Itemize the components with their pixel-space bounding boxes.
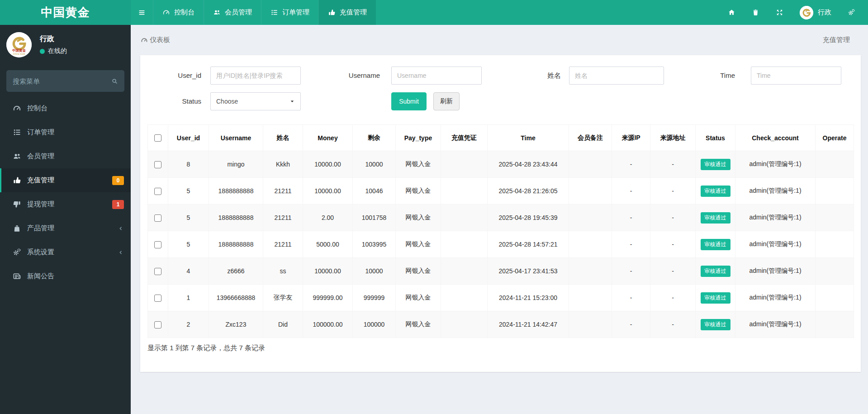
status-select[interactable]: Choose (210, 92, 301, 110)
nav-tab-members[interactable]: 会员管理 (204, 0, 261, 25)
cell-remain: 10046 (353, 178, 396, 205)
avatar: 中国黄金China Gold (6, 32, 32, 57)
row-checkbox-cell (148, 258, 168, 285)
cell-operate (816, 311, 854, 338)
col-name: 姓名 (263, 125, 303, 151)
col-status: Status (696, 125, 735, 151)
nav-tab-label: 会员管理 (225, 8, 252, 17)
home-icon[interactable] (728, 9, 735, 16)
user-menu[interactable]: 行政 (800, 6, 831, 19)
col-source-ip: 来源IP (612, 125, 650, 151)
cell-voucher (441, 258, 488, 285)
sidebar-toggle-button[interactable] (131, 0, 153, 25)
cell-pay-type: 网银入金 (396, 151, 441, 178)
username-label: Username (335, 67, 380, 85)
recharge-badge: 0 (112, 176, 124, 185)
cell-operate (816, 151, 854, 178)
cell-money: 2.00 (303, 205, 353, 231)
cell-username: 1888888888 (209, 231, 263, 258)
online-dot-icon (40, 49, 45, 54)
cell-check-account: admin(管理编号:1) (735, 311, 816, 338)
sidebar-search-input[interactable] (13, 77, 111, 85)
nav-tab-orders[interactable]: 订单管理 (261, 0, 318, 25)
status-badge: 审核通过 (701, 319, 730, 330)
breadcrumb-dashboard[interactable]: 仪表板 (150, 36, 170, 44)
time-input[interactable] (751, 67, 841, 85)
top-navbar: 中国黄金 控制台 会员管理 订单管理 (0, 0, 868, 25)
sidebar-item-settings[interactable]: 系统设置 (0, 240, 131, 264)
cell-name: Did (263, 311, 303, 338)
breadcrumb: 仪表板 充值管理 (131, 25, 868, 44)
cell-pay-type: 网银入金 (396, 205, 441, 231)
row-checkbox[interactable] (154, 321, 161, 328)
sidebar-user-name: 行政 (40, 34, 67, 44)
row-checkbox[interactable] (154, 295, 161, 302)
user-id-input[interactable] (210, 67, 301, 85)
submit-button[interactable]: Submit (391, 92, 427, 110)
row-checkbox[interactable] (154, 268, 161, 275)
row-checkbox-cell (148, 231, 168, 258)
cell-money: 999999.00 (303, 285, 353, 311)
chevron-left-icon (118, 250, 123, 255)
expand-icon[interactable] (776, 9, 783, 16)
cell-check-account: admin(管理编号:1) (735, 258, 816, 285)
status-label: Status (158, 92, 201, 110)
table-row: 51888888888212112.001001758网银入金2025-04-2… (148, 205, 854, 231)
cell-member-note (569, 231, 612, 258)
thumbs-down-icon (13, 200, 21, 209)
user-id-label: User_id (158, 67, 201, 85)
sidebar-item-console[interactable]: 控制台 (0, 96, 131, 120)
row-checkbox[interactable] (154, 188, 161, 195)
gears-icon[interactable] (848, 9, 855, 16)
recharge-card: User_id Username 姓名 Time Status Choose S… (140, 55, 861, 372)
select-all-checkbox[interactable] (154, 134, 161, 142)
newspaper-icon (13, 272, 21, 281)
sidebar-item-members[interactable]: 会员管理 (0, 144, 131, 168)
sidebar-item-withdraw[interactable]: 提现管理 1 (0, 192, 131, 216)
row-checkbox-cell (148, 311, 168, 338)
col-operate: Operate (816, 125, 854, 151)
withdraw-badge: 1 (112, 200, 124, 209)
sidebar-menu: 控制台 订单管理 会员管理 充值管理 0 提现管理 1 (0, 96, 131, 288)
sidebar-item-orders[interactable]: 订单管理 (0, 120, 131, 144)
cell-source-ip: - (612, 205, 650, 231)
col-member-note: 会员备注 (569, 125, 612, 151)
row-checkbox-cell (148, 205, 168, 231)
cell-time: 2025-04-28 23:43:44 (488, 151, 569, 178)
cell-username: Zxc123 (209, 311, 263, 338)
row-checkbox[interactable] (154, 214, 161, 222)
cell-username: 1888888888 (209, 205, 263, 231)
sidebar-item-products[interactable]: 产品管理 (0, 216, 131, 240)
refresh-button[interactable]: 刷新 (433, 92, 460, 110)
cell-user-id: 5 (168, 231, 209, 258)
search-icon[interactable] (111, 78, 118, 85)
row-checkbox[interactable] (154, 241, 161, 248)
name-input[interactable] (569, 67, 664, 85)
col-remain: 剩余 (353, 125, 396, 151)
sidebar-item-news[interactable]: 新闻公告 (0, 264, 131, 288)
nav-tab-recharge[interactable]: 充值管理 (318, 0, 376, 25)
cell-source-addr: - (650, 205, 696, 231)
nav-tab-console[interactable]: 控制台 (153, 0, 204, 25)
row-checkbox[interactable] (154, 161, 161, 168)
sidebar-item-recharge[interactable]: 充值管理 0 (0, 168, 131, 192)
cell-operate (816, 231, 854, 258)
col-money: Money (303, 125, 353, 151)
cell-source-addr: - (650, 178, 696, 205)
username-input[interactable] (391, 67, 482, 85)
tachometer-icon (141, 37, 148, 44)
svg-text:China Gold: China Gold (13, 52, 25, 55)
cell-voucher (441, 285, 488, 311)
table-row: 51888888888212115000.001003995网银入金2025-0… (148, 231, 854, 258)
table-body: 8mingoKkkh10000.0010000网银入金2025-04-28 23… (148, 151, 854, 338)
col-source-addr: 来源地址 (650, 125, 696, 151)
trash-icon[interactable] (752, 9, 759, 16)
cell-user-id: 5 (168, 205, 209, 231)
breadcrumb-current: 充值管理 (823, 36, 850, 44)
brand-logo[interactable]: 中国黄金 (0, 0, 131, 25)
time-label: Time (703, 67, 735, 85)
records-summary: 显示第 1 到第 7 条记录，总共 7 条记录 (147, 344, 265, 352)
avatar (800, 6, 813, 19)
cell-voucher (441, 231, 488, 258)
table-row: 8mingoKkkh10000.0010000网银入金2025-04-28 23… (148, 151, 854, 178)
